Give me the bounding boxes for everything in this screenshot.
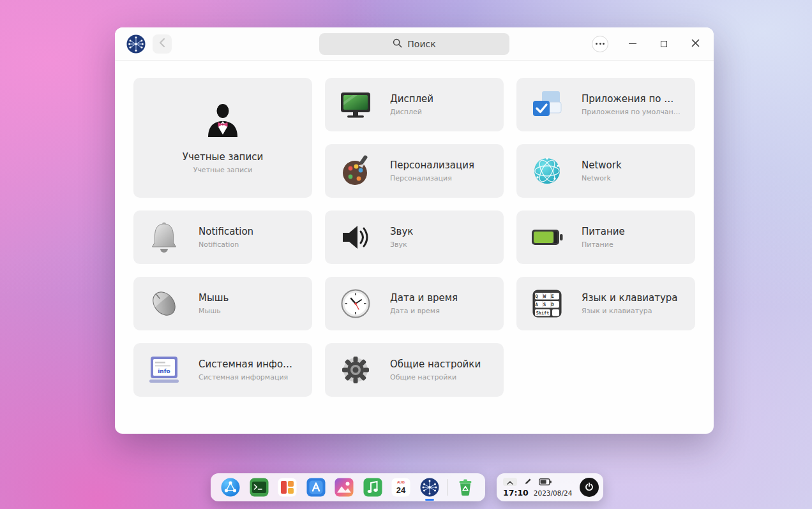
accounts-icon: [202, 101, 243, 142]
tile-title: Питание: [582, 226, 625, 237]
tile-subtitle: Питание: [582, 240, 625, 249]
tile-subtitle: Персонализация: [390, 174, 474, 182]
tile-title: Системная информация: [199, 358, 296, 370]
tile-subtitle: Язык и клавиатура: [582, 307, 678, 315]
battery-icon: [529, 219, 565, 255]
desktop-wallpaper: Поиск: [0, 0, 812, 509]
tile-system-info[interactable]: info Системная информация Системная инфо…: [133, 343, 312, 397]
tile-network[interactable]: Network Network: [516, 144, 695, 198]
minimize-icon: [629, 43, 636, 45]
tile-title: Учетные записи: [183, 151, 263, 163]
tile-notification[interactable]: Notification Notification: [133, 210, 312, 264]
tile-display[interactable]: Дисплей Дисплей: [325, 78, 504, 131]
tile-general-settings[interactable]: Общие настройки Общие настройки: [325, 343, 504, 397]
svg-text:24: 24: [396, 485, 406, 495]
terminal-icon[interactable]: [248, 476, 270, 498]
music-icon[interactable]: [362, 476, 384, 498]
window-controls: [592, 36, 702, 52]
tile-subtitle: Network: [582, 174, 622, 182]
keyboard-icon: QWE ASD Shift: [529, 286, 565, 321]
mouse-icon: [146, 286, 182, 321]
tile-subtitle: Системная информация: [199, 373, 296, 381]
minimize-button[interactable]: [626, 37, 640, 51]
tray-date: 2023/08/24: [534, 489, 573, 497]
trash-icon[interactable]: [455, 476, 476, 498]
tile-subtitle: Дата и время: [390, 307, 458, 315]
tray-battery-icon[interactable]: [539, 476, 552, 488]
chevron-left-icon: [159, 38, 165, 49]
tile-mouse[interactable]: Мышь Мышь: [133, 277, 312, 330]
titlebar: Поиск: [115, 27, 714, 61]
menu-button[interactable]: [592, 36, 608, 52]
tile-subtitle: Приложения по умолчанию: [582, 108, 682, 116]
tile-title: Приложения по умолчанию: [582, 93, 679, 105]
tile-accounts[interactable]: Учетные записи Учетные записи: [133, 78, 312, 198]
tile-title: Дата и время: [390, 292, 458, 304]
tile-datetime[interactable]: Дата и время Дата и время: [325, 277, 504, 330]
tile-title: Звук: [390, 226, 413, 237]
svg-text:ASD: ASD: [535, 302, 559, 307]
tile-subtitle: Notification: [199, 240, 253, 249]
tile-title: Notification: [199, 226, 253, 237]
tile-title: Мышь: [199, 292, 229, 304]
maximize-button[interactable]: [657, 37, 671, 51]
system-info-icon: info: [146, 352, 182, 388]
speaker-icon: [338, 219, 373, 255]
clock[interactable]: 17:10 2023/08/24: [503, 488, 580, 498]
tile-subtitle: Звук: [390, 240, 413, 249]
svg-text:Shift: Shift: [536, 311, 549, 316]
tile-default-apps[interactable]: Приложения по умолчанию Приложения по ум…: [516, 78, 695, 131]
tile-subtitle: Общие настройки: [390, 373, 481, 381]
active-app-indicator: [425, 499, 434, 501]
tile-subtitle: Учетные записи: [193, 166, 253, 174]
back-button[interactable]: [153, 34, 172, 54]
dock: AUG 24: [211, 473, 485, 501]
tray-time: 17:10: [503, 488, 529, 498]
power-button[interactable]: [580, 478, 599, 497]
display-icon: [338, 87, 373, 122]
tile-title: Network: [582, 159, 622, 171]
svg-text:info: info: [158, 368, 170, 374]
tile-power[interactable]: Питание Питание: [516, 210, 695, 264]
appstore-icon[interactable]: [305, 476, 327, 498]
maximize-icon: [661, 41, 667, 47]
chevron-up-icon: [507, 477, 513, 487]
notification-bell-icon: [146, 219, 182, 255]
search-placeholder: Поиск: [407, 39, 435, 49]
tile-title: Персонализация: [390, 159, 474, 171]
settings-window: Поиск: [115, 27, 714, 434]
launcher-icon[interactable]: [220, 476, 241, 498]
tile-title: Общие настройки: [390, 358, 481, 370]
calendar-icon[interactable]: AUG 24: [390, 476, 412, 498]
gallery-icon[interactable]: [333, 476, 355, 498]
tile-title: Дисплей: [390, 93, 433, 105]
network-icon: [529, 153, 565, 189]
settings-grid: Учетные записи Учетные записи: [115, 61, 714, 397]
tile-language-keyboard[interactable]: QWE ASD Shift Язык и клавиатура Язык и: [516, 277, 695, 330]
tile-personalization[interactable]: Персонализация Персонализация: [325, 144, 504, 198]
input-method-pen-icon[interactable]: [524, 476, 532, 488]
tile-subtitle: Дисплей: [390, 108, 433, 116]
clock-icon: [338, 286, 373, 321]
tile-sound[interactable]: Звук Звук: [325, 210, 504, 264]
gear-icon: [338, 352, 373, 388]
system-tray: 17:10 2023/08/24: [497, 473, 603, 501]
personalization-icon: [338, 153, 373, 189]
settings-dock-icon[interactable]: [419, 476, 440, 498]
launchpad-icon[interactable]: [276, 476, 298, 498]
close-button[interactable]: [688, 37, 702, 51]
dock-separator: [447, 479, 447, 496]
settings-app-icon: [126, 34, 146, 54]
tile-title: Язык и клавиатура: [582, 292, 678, 304]
svg-text:AUG: AUG: [397, 480, 405, 484]
tray-expand-button[interactable]: [503, 478, 517, 486]
default-apps-icon: [529, 87, 565, 122]
search-icon: [393, 38, 402, 50]
close-icon: [691, 39, 700, 49]
svg-text:QWE: QWE: [535, 293, 559, 299]
search-input[interactable]: Поиск: [319, 33, 509, 55]
power-icon: [585, 482, 594, 493]
tile-subtitle: Мышь: [199, 307, 229, 315]
